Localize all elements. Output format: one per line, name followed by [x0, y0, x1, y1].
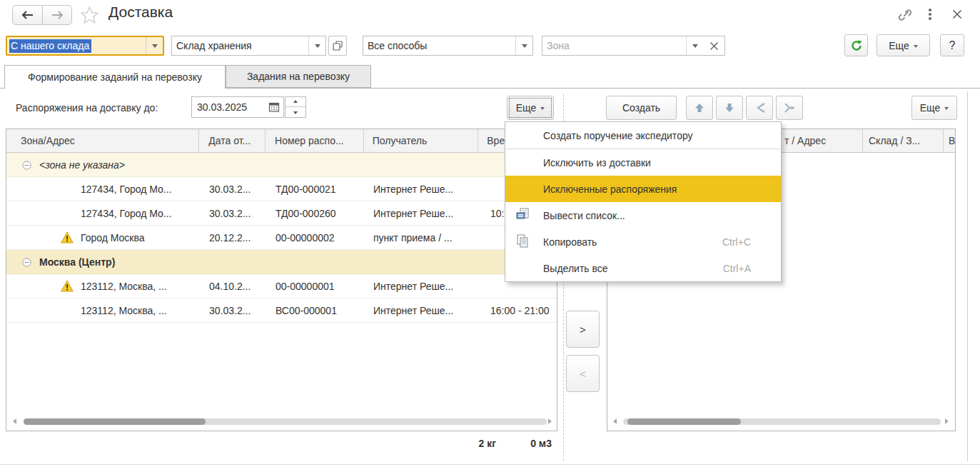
create-button[interactable]: Создать: [606, 96, 677, 120]
cell-date: 30.03.2...: [200, 298, 266, 322]
right-edge-separator[interactable]: [967, 91, 968, 461]
delivery-type-combo[interactable]: С нашего склада: [6, 36, 164, 56]
table-row[interactable]: 127434, Город Мо... 30.03.2... ТД00-0000…: [6, 177, 557, 201]
cell-date: 30.03.2...: [200, 177, 266, 201]
group-label: Москва (Центр): [39, 256, 115, 268]
menu-item-exclude-from-delivery[interactable]: Исключить из доставки: [505, 149, 781, 176]
cell-address: 127434, Город Мо...: [6, 177, 200, 201]
warehouse-choose-button[interactable]: [328, 36, 347, 56]
calendar-icon[interactable]: [268, 101, 280, 113]
orders-date-label: Распоряжения на доставку до:: [16, 102, 158, 114]
cell-number: ТД00-000021: [266, 177, 365, 201]
refresh-button[interactable]: [844, 34, 868, 56]
collapse-icon[interactable]: [22, 161, 31, 170]
transfer-right-button[interactable]: >: [566, 311, 600, 348]
collapse-icon[interactable]: [22, 258, 31, 267]
menu-item-select-all[interactable]: Выделить все Ctrl+A: [505, 255, 781, 281]
cell-recipient: пункт приема / ...: [365, 226, 480, 249]
table-row[interactable]: 127434, Город Мо... 30.03.2... ТД00-0002…: [6, 201, 557, 226]
transfer-left-button[interactable]: <: [566, 355, 600, 392]
link-icon[interactable]: [896, 6, 914, 24]
cell-address: 123112, Москва, ...: [6, 298, 200, 322]
menu-kebab-icon[interactable]: [929, 9, 931, 21]
transfer-right-label: >: [580, 323, 586, 336]
method-combo-text: Все способы: [363, 36, 515, 55]
method-dropdown-arrow[interactable]: [515, 36, 532, 55]
cell-date: 20.12.2...: [200, 226, 266, 249]
table-row-group[interactable]: Москва (Центр): [6, 250, 557, 274]
warning-icon: [61, 280, 74, 292]
orders-more-button[interactable]: Еще: [507, 96, 554, 120]
scroll-right-icon[interactable]: [945, 418, 949, 424]
cell-date: 04.10.2...: [200, 274, 266, 298]
table-row[interactable]: 123112, Москва, ... 04.10.2... 00-000000…: [6, 274, 557, 298]
table-row[interactable]: 123112, Москва, ... 30.03.2... ВС00-0000…: [6, 298, 557, 323]
back-arrow-icon: [21, 11, 34, 19]
split-button[interactable]: [746, 96, 773, 120]
col-recipient-address[interactable]: т / Адрес: [784, 135, 826, 146]
col-zone-address[interactable]: Зона/Адрес: [6, 129, 199, 152]
forward-button[interactable]: [43, 6, 71, 24]
favorite-star-icon[interactable]: [80, 6, 99, 24]
scroll-left-icon[interactable]: [613, 418, 617, 424]
zone-dropdown-arrow[interactable]: [686, 36, 703, 55]
col-recipient[interactable]: Получатель: [364, 129, 479, 152]
menu-shortcut: Ctrl+C: [722, 236, 751, 248]
col-date[interactable]: Дата от...: [199, 129, 266, 152]
menu-item-label: Копировать: [543, 236, 597, 248]
tab-forming-tasks[interactable]: Формирование заданий на перевозку: [4, 65, 226, 89]
move-up-button[interactable]: [686, 96, 713, 120]
close-icon[interactable]: [951, 9, 963, 20]
help-label: ?: [949, 39, 956, 52]
scroll-right-icon[interactable]: [548, 418, 552, 424]
warehouse-dropdown-arrow[interactable]: [308, 36, 325, 55]
top-more-button[interactable]: Еще: [877, 34, 930, 56]
tab-transport-tasks[interactable]: Задания на перевозку: [226, 65, 371, 88]
col-time2[interactable]: В: [949, 135, 955, 146]
top-more-label: Еще: [889, 40, 909, 51]
orders-table: Зона/Адрес Дата от... Номер распо... Пол…: [6, 129, 557, 431]
menu-item-create-forwarder-task[interactable]: Создать поручение экспедитору: [505, 122, 781, 149]
method-combo[interactable]: Все способы: [363, 36, 533, 56]
menu-item-print-list[interactable]: Вывести список...: [505, 202, 781, 229]
scroll-left-icon[interactable]: [13, 418, 16, 424]
col-warehouse-zone[interactable]: Склад / З...: [869, 135, 920, 146]
cell-time: 16:00 - 21:00: [480, 298, 558, 322]
spinner-down-button[interactable]: [286, 107, 305, 117]
cell-recipient: Интернет Реше...: [365, 274, 480, 298]
cell-number: ВС00-000001: [266, 298, 365, 322]
cell-address: Город Москва: [6, 226, 200, 249]
more-context-menu: Создать поручение экспедитору Исключить …: [505, 121, 782, 282]
orders-date-spinner[interactable]: [285, 96, 306, 118]
merge-button[interactable]: [776, 96, 803, 120]
tasks-table-hscrollbar[interactable]: [607, 416, 955, 427]
table-row-group[interactable]: <зона не указана>: [6, 153, 557, 177]
scroll-thumb[interactable]: [627, 418, 741, 425]
scroll-thumb[interactable]: [24, 418, 206, 425]
menu-item-label: Исключенные распоряжения: [543, 184, 677, 195]
clear-x-icon: [709, 41, 719, 51]
col-number[interactable]: Номер распо...: [266, 129, 364, 152]
delivery-type-dropdown-arrow[interactable]: [146, 37, 163, 54]
orders-table-header: Зона/Адрес Дата от... Номер распо... Пол…: [6, 129, 557, 153]
zone-combo[interactable]: Зона: [542, 36, 704, 56]
copy-icon: [515, 233, 532, 250]
refresh-icon: [850, 39, 863, 52]
menu-item-excluded-orders[interactable]: Исключенные распоряжения: [505, 176, 781, 202]
zone-clear-button[interactable]: [703, 36, 725, 56]
move-down-button[interactable]: [716, 96, 743, 120]
orders-table-hscrollbar[interactable]: [6, 416, 557, 427]
warning-icon: [61, 231, 74, 243]
help-button[interactable]: ?: [940, 34, 964, 56]
window-bottom-border: [0, 464, 980, 465]
delivery-type-selected-text: С нашего склада: [9, 39, 91, 53]
spinner-up-button[interactable]: [286, 97, 305, 107]
menu-item-copy[interactable]: Копировать Ctrl+C: [505, 229, 781, 255]
orders-date-field[interactable]: 30.03.2025: [191, 96, 284, 118]
cell-number: 00-00000002: [266, 226, 365, 249]
tasks-more-button[interactable]: Еще: [911, 96, 957, 120]
back-button[interactable]: [13, 6, 43, 24]
cell-recipient: Интернет Реше...: [365, 201, 480, 225]
warehouse-combo[interactable]: Склад хранения: [171, 36, 326, 56]
table-row[interactable]: Город Москва 20.12.2... 00-00000002 пунк…: [6, 226, 557, 250]
